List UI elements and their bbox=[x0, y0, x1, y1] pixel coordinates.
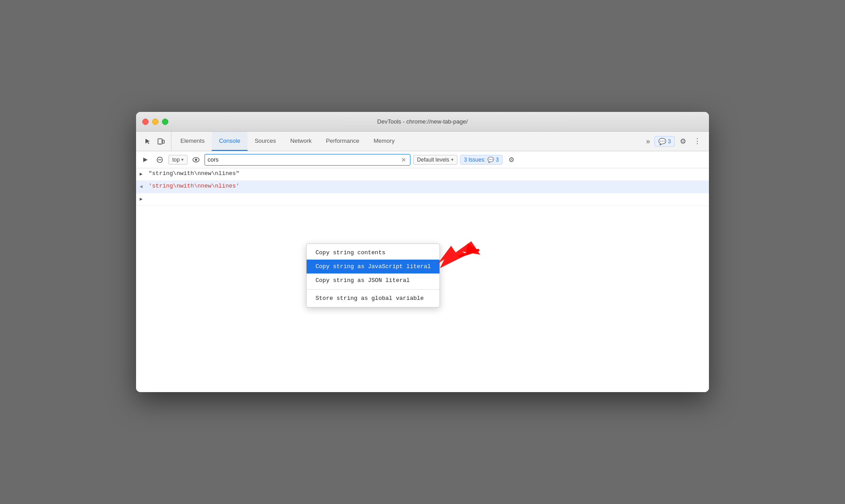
console-issues-count[interactable]: 3 Issues: 💬 3 bbox=[460, 155, 503, 165]
devtools-container: Elements Console Sources Network Perform… bbox=[136, 132, 709, 392]
log-levels-chevron: ▾ bbox=[451, 157, 453, 162]
console-row-output: ▶ "string\nwith\nnew\nlines" bbox=[136, 168, 709, 181]
devtools-window: DevTools - chrome://new-tab-page/ bbox=[136, 112, 709, 392]
svg-marker-8 bbox=[438, 241, 480, 268]
main-tabs: Elements Console Sources Network Perform… bbox=[173, 132, 640, 151]
context-chevron: ▾ bbox=[181, 157, 184, 162]
context-menu-overlay: Copy string contents Copy string as Java… bbox=[306, 243, 440, 308]
gear-icon: ⚙ bbox=[508, 156, 514, 164]
console-row-prompt: ▶ bbox=[136, 193, 709, 206]
prompt-arrow-icon[interactable]: ▶ bbox=[140, 196, 147, 202]
filter-clear-button[interactable]: ✕ bbox=[400, 156, 407, 163]
traffic-lights bbox=[142, 119, 168, 125]
svg-point-7 bbox=[195, 158, 197, 161]
svg-rect-1 bbox=[162, 140, 164, 143]
execute-button[interactable] bbox=[140, 154, 151, 166]
tab-console[interactable]: Console bbox=[212, 132, 248, 151]
devtools-settings-button[interactable]: ⚙ bbox=[677, 135, 689, 148]
live-expressions-button[interactable] bbox=[190, 154, 202, 166]
svg-point-2 bbox=[160, 143, 161, 144]
console-row-input: ◀ 'string\nwith\nnew\nlines' Copy string… bbox=[136, 181, 709, 193]
svg-marker-3 bbox=[143, 158, 148, 162]
console-settings-button[interactable]: ⚙ bbox=[505, 154, 517, 166]
tab-elements[interactable]: Elements bbox=[173, 132, 212, 151]
tab-bar-right: » 💬 3 ⚙ ⋮ bbox=[640, 132, 707, 151]
context-menu: Copy string contents Copy string as Java… bbox=[306, 243, 440, 308]
window-title: DevTools - chrome://new-tab-page/ bbox=[377, 118, 468, 125]
issues-chat-icon: 💬 bbox=[658, 138, 666, 145]
close-button[interactable] bbox=[142, 119, 149, 125]
console-filter-input-box[interactable]: ✕ bbox=[205, 154, 410, 166]
tab-bar-left-icons bbox=[138, 132, 171, 151]
issues-badge[interactable]: 💬 3 bbox=[654, 136, 675, 147]
chat-icon-small: 💬 bbox=[487, 157, 494, 163]
title-bar: DevTools - chrome://new-tab-page/ bbox=[136, 112, 709, 132]
tab-performance[interactable]: Performance bbox=[319, 132, 366, 151]
input-arrow-icon: ◀ bbox=[140, 184, 147, 189]
more-tabs-button[interactable]: » bbox=[643, 136, 653, 147]
clear-console-button[interactable] bbox=[154, 154, 166, 166]
expand-arrow-icon[interactable]: ▶ bbox=[140, 171, 147, 177]
context-menu-copy-json-literal[interactable]: Copy string as JSON literal bbox=[307, 273, 440, 287]
context-selector[interactable]: top ▾ bbox=[168, 155, 188, 165]
tab-network[interactable]: Network bbox=[283, 132, 319, 151]
tab-bar: Elements Console Sources Network Perform… bbox=[136, 132, 709, 151]
context-menu-copy-js-literal[interactable]: Copy string as JavaScript literal bbox=[307, 260, 440, 273]
context-menu-store-global[interactable]: Store string as global variable bbox=[307, 291, 440, 305]
console-filter-input[interactable] bbox=[208, 156, 400, 163]
tab-sources[interactable]: Sources bbox=[248, 132, 283, 151]
console-toolbar: top ▾ ✕ Default levels ▾ 3 Issues: 💬 3 bbox=[136, 151, 709, 168]
minimize-button[interactable] bbox=[152, 119, 158, 125]
console-content[interactable]: ▶ "string\nwith\nnew\nlines" ◀ 'string\n… bbox=[136, 168, 709, 392]
maximize-button[interactable] bbox=[162, 119, 168, 125]
context-menu-separator bbox=[307, 289, 440, 290]
arrow-annotation bbox=[435, 239, 480, 272]
console-input-text: 'string\nwith\nnew\nlines' bbox=[149, 183, 239, 189]
context-menu-copy-contents[interactable]: Copy string contents bbox=[307, 246, 440, 260]
log-levels-button[interactable]: Default levels ▾ bbox=[413, 155, 457, 165]
tab-memory[interactable]: Memory bbox=[367, 132, 402, 151]
devtools-more-button[interactable]: ⋮ bbox=[691, 135, 704, 148]
device-icon-btn[interactable] bbox=[155, 135, 167, 148]
console-output-text: "string\nwith\nnew\nlines" bbox=[149, 170, 239, 177]
cursor-icon-btn[interactable] bbox=[141, 135, 154, 148]
